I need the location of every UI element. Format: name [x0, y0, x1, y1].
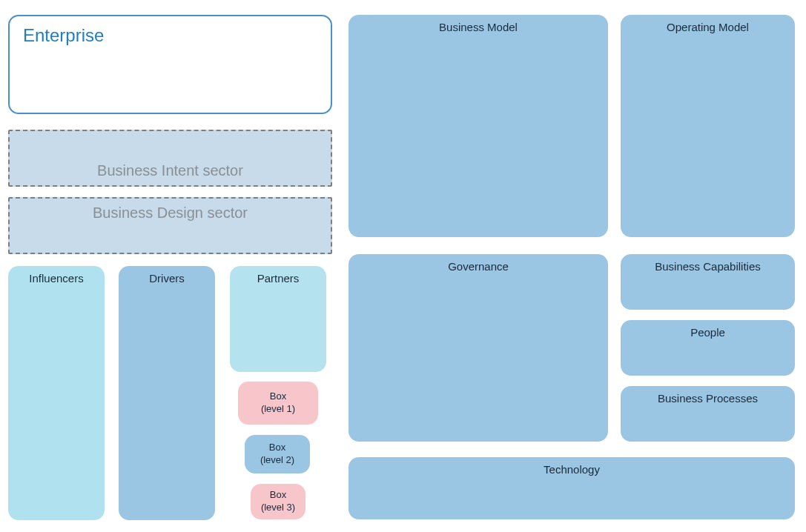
enterprise-box: Enterprise	[8, 15, 332, 114]
business-design-sector: Business Design sector	[8, 197, 332, 254]
governance-box: Governance	[349, 254, 608, 442]
technology-box: Technology	[349, 457, 795, 519]
business-capabilities-box: Business Capabilities	[621, 254, 795, 310]
box-level-1: Box (level 1)	[238, 382, 318, 425]
business-model-box: Business Model	[349, 15, 608, 237]
box-level-2: Box (level 2)	[245, 435, 310, 473]
enterprise-title: Enterprise	[10, 16, 331, 55]
partners-box: Partners	[230, 266, 326, 372]
business-intent-sector: Business Intent sector	[8, 130, 332, 187]
business-design-label: Business Design sector	[93, 205, 248, 222]
influencers-box: Influencers	[8, 266, 105, 520]
people-box: People	[621, 320, 795, 376]
business-intent-label: Business Intent sector	[97, 162, 243, 179]
box-level-3: Box (level 3)	[251, 484, 305, 519]
operating-model-box: Operating Model	[621, 15, 795, 237]
business-processes-box: Business Processes	[621, 386, 795, 442]
drivers-box: Drivers	[119, 266, 215, 520]
